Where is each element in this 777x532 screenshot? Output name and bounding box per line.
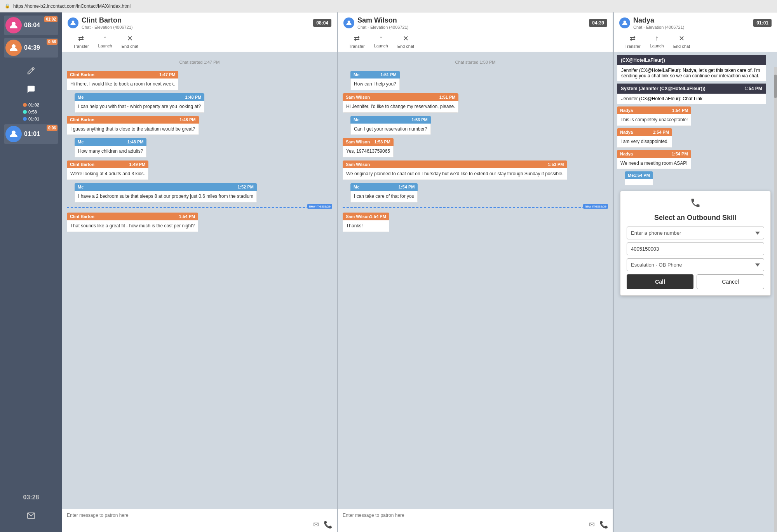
timer-group: 01:02 0:58 01:01 [19, 103, 43, 121]
msg-time: 1:54 PM [672, 108, 688, 113]
sam-launch-btn[interactable]: ↑ Launch [374, 34, 388, 49]
nadya-messages: (CX@HotelLaFleur)) Jennifer (CX@HotelLaF… [614, 52, 777, 532]
nadya-scrollbar[interactable] [774, 67, 777, 532]
timer-label-1: 01:02 [28, 103, 39, 107]
chat-icon[interactable] [24, 82, 38, 96]
agent-card-2[interactable]: 04:39 0:58 [4, 38, 58, 58]
nadya-avatar [619, 17, 630, 28]
sam-subtitle: Chat - Elevation (4006721) [357, 25, 408, 30]
nadya-launch-btn[interactable]: ↑ Launch [650, 34, 664, 49]
msg-sender: Nadya [620, 108, 633, 113]
msg-sender: Me [78, 185, 84, 189]
msg-time: 1:48 PM [127, 140, 144, 144]
new-message-label-sam: new message [583, 204, 608, 209]
sam-msg-1: Me 1:51 PM How can I help you? [350, 71, 400, 90]
dark-msg-sender: (CX@HotelLaFleur)) [621, 58, 665, 63]
outbound-buttons: Call Cancel [627, 274, 764, 289]
system-time: 1:54 PM [744, 86, 762, 91]
msg-body: How many children and adults? [75, 146, 146, 157]
nadya-subtitle: Chat - Elevation (4006721) [633, 25, 684, 30]
msg-body: I guess anything that is close to the st… [67, 124, 199, 135]
cancel-button[interactable]: Cancel [697, 274, 764, 289]
drawing-icon[interactable] [24, 64, 38, 78]
msg-time: 1:49 PM [129, 162, 146, 167]
msg-sender: Nadya [620, 130, 633, 134]
agent-card-3[interactable]: 01:01 0:06 [4, 124, 58, 144]
transfer-label: Transfer [625, 44, 641, 49]
msg-sender: Clint Barton [70, 72, 94, 77]
mail-icon[interactable] [24, 509, 38, 523]
message-clint-1: Clint Barton 1:47 PM Hi there, I would l… [67, 71, 178, 90]
chat-header-sam: Sam Wilson Chat - Elevation (4006721) 04… [338, 12, 613, 52]
clint-endchat-btn[interactable]: ✕ End chat [122, 34, 138, 49]
endchat-icon: ✕ [679, 34, 685, 43]
endchat-label: End chat [122, 44, 138, 49]
msg-sender: Nadya [620, 152, 633, 156]
clint-transfer-btn[interactable]: ⇄ Transfer [73, 34, 89, 49]
sam-user-info: Sam Wilson Chat - Elevation (4006721) [343, 16, 408, 30]
sam-message-input[interactable] [343, 513, 608, 518]
clint-avatar [68, 17, 78, 28]
clint-message-input[interactable] [67, 513, 332, 518]
outbound-overlay: Select an Outbound Skill Enter a phone n… [620, 191, 771, 296]
msg-sender: Me [78, 140, 84, 144]
chat-header-nadya: Nadya Chat - Elevation (4006721) 01:01 ⇄… [614, 12, 777, 52]
msg-sender: Me [628, 173, 634, 178]
system-sender: System (Jennifer (CX@HotelLaFleur))) [621, 86, 706, 91]
chat-panel-sam: Sam Wilson Chat - Elevation (4006721) 04… [338, 12, 614, 532]
clint-chat-started: Chat started 1:47 PM [67, 60, 332, 65]
outbound-ob-phone-select[interactable]: Escalation - OB Phone [627, 258, 764, 271]
msg-sender: Clint Barton [70, 214, 94, 219]
clint-launch-btn[interactable]: ↑ Launch [98, 34, 112, 49]
sam-endchat-btn[interactable]: ✕ End chat [397, 34, 414, 49]
sam-transfer-btn[interactable]: ⇄ Transfer [349, 34, 365, 49]
transfer-icon: ⇄ [630, 34, 636, 43]
msg-time: 1:53 PM [548, 162, 564, 167]
nadya-me-msg: Me 1:54 PM [625, 171, 653, 185]
msg-time: 1:53 PM [374, 140, 390, 144]
nadya-transfer-btn[interactable]: ⇄ Transfer [625, 34, 641, 49]
launch-label: Launch [374, 44, 388, 48]
msg-sender: Sam Wilson [346, 95, 370, 99]
agent-timer-main-3: 01:01 [24, 131, 40, 138]
sam-chat-started: Chat started 1:50 PM [343, 60, 608, 65]
message-me-2: Me 1:48 PM How many children and adults? [75, 138, 146, 157]
app-container: 08:04 01:02 04:39 0:58 [0, 12, 777, 532]
agent-timer-badge-3: 0:06 [47, 125, 57, 131]
msg-sender: Clint Barton [70, 162, 94, 167]
chat-panel-clint: Clint Barton Chat - Elevation (4006721) … [62, 12, 338, 532]
agent-card-1[interactable]: 08:04 01:02 [4, 16, 58, 35]
clint-phone-icon[interactable]: 📞 [324, 520, 332, 529]
msg-time: 1:54 PM [370, 214, 386, 219]
msg-body: Can I get your reservation number? [350, 124, 431, 135]
endchat-label: End chat [397, 44, 414, 49]
sam-mail-icon[interactable]: ✉ [589, 520, 595, 529]
msg-sender: Me [354, 117, 359, 122]
msg-time: 1:54 PM [399, 185, 415, 189]
msg-body: We need a meeting room ASAP! [617, 158, 691, 169]
clint-mail-icon[interactable]: ✉ [313, 520, 319, 529]
msg-body: How can I help you? [350, 78, 400, 90]
clint-input-footer: ✉ 📞 [67, 518, 332, 529]
outbound-phone-icon [627, 197, 764, 211]
sam-msg-7: Sam Wilson 1:54 PM Thanks! [343, 213, 389, 232]
msg-time: 1:53 PM [411, 117, 428, 122]
endchat-icon: ✕ [403, 34, 409, 43]
msg-time: 1:48 PM [179, 117, 196, 122]
browser-bar: 🔒 https://home-b2.incontact.com/inContac… [0, 0, 777, 12]
sam-input-area: ✉ 📞 [338, 509, 613, 532]
left-sidebar: 08:04 01:02 04:39 0:58 [0, 12, 62, 532]
msg-body: Hi Jennifer, I'd like to change my reser… [343, 101, 458, 113]
sam-phone-icon[interactable]: 📞 [599, 520, 608, 529]
msg-sender: Sam Wilson [346, 140, 370, 144]
message-clint-3: Clint Barton 1:49 PM We're looking at 4 … [67, 160, 148, 180]
msg-body: That sounds like a great fit - how much … [67, 220, 198, 232]
nadya-endchat-btn[interactable]: ✕ End chat [673, 34, 690, 49]
clint-name: Clint Barton [82, 16, 132, 24]
msg-sender: Clint Barton [70, 117, 94, 122]
outbound-phone-input[interactable] [627, 242, 764, 255]
sam-avatar [343, 17, 354, 28]
outbound-skill-select[interactable]: Enter a phone number [627, 227, 764, 239]
call-button[interactable]: Call [627, 274, 693, 289]
avatar-3 [5, 126, 22, 142]
